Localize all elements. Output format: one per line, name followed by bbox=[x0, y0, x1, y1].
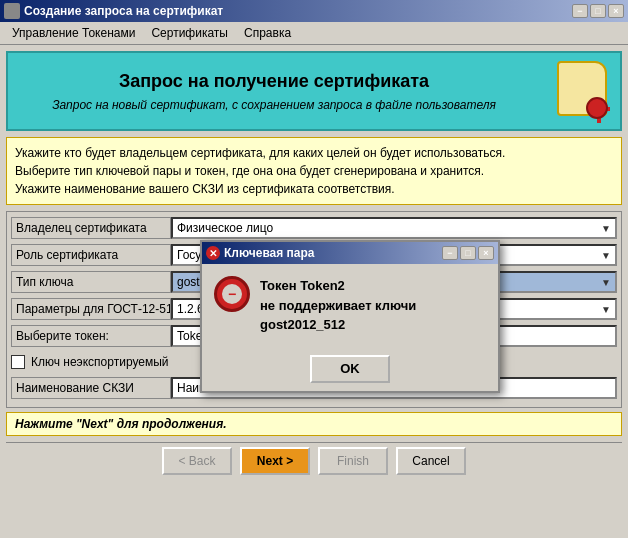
dialog-ok-button[interactable]: OK bbox=[310, 355, 390, 383]
error-icon: − bbox=[214, 276, 250, 312]
dialog-buttons: OK bbox=[202, 347, 498, 391]
dialog-message: Токен Token2 не поддерживает ключи gost2… bbox=[260, 276, 486, 335]
dialog-title: Ключевая пара bbox=[224, 246, 315, 260]
dialog-message-line3: gost2012_512 bbox=[260, 315, 486, 335]
dialog-message-line1: Токен Token2 bbox=[260, 276, 486, 296]
dialog-title-icon: ✕ bbox=[206, 246, 220, 260]
dialog-title-buttons: − □ × bbox=[442, 246, 494, 260]
dialog-content: − Токен Token2 не поддерживает ключи gos… bbox=[202, 264, 498, 347]
dialog-message-line2: не поддерживает ключи bbox=[260, 296, 486, 316]
dialog-minimize-button[interactable]: − bbox=[442, 246, 458, 260]
dialog-title-bar: ✕ Ключевая пара − □ × bbox=[202, 242, 498, 264]
dialog-maximize-button[interactable]: □ bbox=[460, 246, 476, 260]
error-icon-inner: − bbox=[222, 284, 242, 304]
dialog-close-button[interactable]: × bbox=[478, 246, 494, 260]
dialog-box: ✕ Ключевая пара − □ × − Токен Token2 не … bbox=[200, 240, 500, 393]
modal-overlay: ✕ Ключевая пара − □ × − Токен Token2 не … bbox=[0, 0, 628, 538]
